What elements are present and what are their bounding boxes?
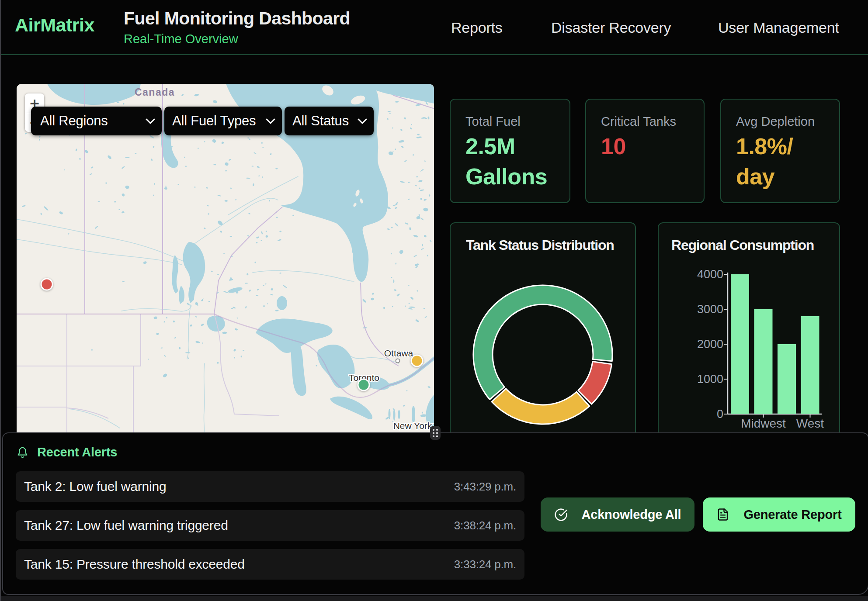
tank-status-donut-chart [451,223,637,433]
alerts-list: Tank 2: Low fuel warning3:43:29 p.m.Tank… [16,471,524,588]
nav-disaster-recovery[interactable]: Disaster Recovery [551,19,671,36]
fuel-type-filter-value: All Fuel Types [172,113,256,129]
map-finger-lake [393,409,396,421]
alert-message: Tank 15: Pressure threshold exceeded [24,557,245,572]
recent-alerts-panel: Recent Alerts Tank 2: Low fuel warning3:… [2,432,868,595]
region-filter-select[interactable]: All Regions [31,107,162,135]
tank-marker-warning[interactable] [411,355,423,366]
chevron-down-icon [146,118,155,124]
alert-timestamp: 3:38:24 p.m. [454,519,516,532]
status-filter-select[interactable]: All Status [285,107,374,135]
svg-text:New York: New York [393,421,432,431]
bar-xtick-label: Midwest [741,417,786,430]
nav-user-management[interactable]: User Management [718,19,839,36]
alerts-section-title: Recent Alerts [37,445,117,459]
alert-row[interactable]: Tank 15: Pressure threshold exceeded3:33… [16,549,524,580]
bar-northeast [731,274,749,414]
chevron-down-icon [358,118,367,124]
regional-consumption-bar-chart: 01000200030004000MidwestWest [659,223,841,433]
bar-ytick-label: 1000 [697,373,723,386]
regional-consumption-chart-card: Regional Consumption 01000200030004000Mi… [658,222,840,439]
alert-timestamp: 3:33:24 p.m. [454,558,516,571]
window-bottom-strip [0,596,868,601]
bar-midwest [754,309,773,414]
alert-row[interactable]: Tank 2: Low fuel warning3:43:29 p.m. [16,471,524,502]
svg-text:Canada: Canada [135,86,175,98]
file-text-icon [716,507,729,522]
alert-message: Tank 2: Low fuel warning [24,479,166,494]
stat-card-critical-tanks: Critical Tanks 10 [585,99,705,203]
tank-status-chart-card: Tank Status Distribution [450,222,636,439]
alert-timestamp: 3:43:29 p.m. [454,480,516,494]
acknowledge-all-button[interactable]: Acknowledge All [541,497,694,532]
map-finger-lake [398,410,400,419]
acknowledge-all-label: Acknowledge All [582,508,681,522]
alert-row[interactable]: Tank 27: Low fuel warning triggered3:38:… [16,510,524,541]
bar-ytick-label: 3000 [697,303,723,316]
bar-west [801,316,819,414]
bar-ytick-label: 4000 [697,268,723,281]
stat-card-total-fuel: Total Fuel 2.5M Gallons [450,99,570,203]
page-subtitle: Real-Time Overview [124,32,238,46]
chevron-down-icon [266,118,275,124]
generate-report-label: Generate Report [743,508,841,522]
generate-report-button[interactable]: Generate Report [703,497,855,532]
stat-value: 10 [601,131,689,162]
tank-marker-critical[interactable] [41,279,52,290]
brand-logo: AirMatrix [15,14,94,36]
donut-segment-critical [578,362,612,404]
bell-icon [17,446,28,459]
map-lake-nipigon [277,296,287,310]
stat-card-avg-depletion: Avg Depletion 1.8%/​day [720,99,840,203]
resize-drag-handle[interactable] [430,426,441,440]
bar-south [778,344,796,414]
tank-marker-normal[interactable] [358,379,369,390]
stat-label: Total Fuel [465,114,555,129]
alert-message: Tank 27: Low fuel warning triggered [24,518,228,533]
donut-segment-warning [492,389,590,424]
fuel-type-filter-select[interactable]: All Fuel Types [164,107,282,135]
page-title: Fuel Monitoring Dashboard [124,8,350,29]
region-filter-value: All Regions [40,113,108,129]
bar-ytick-label: 2000 [697,338,723,351]
stat-label: Avg Depletion [736,114,824,129]
bar-ytick-label: 0 [717,408,723,421]
stat-value: 2.5M Gallons [465,131,555,191]
bar-xtick-label: West [796,417,824,430]
stat-value: 1.8%/​day [736,131,824,191]
status-filter-value: All Status [292,113,349,129]
nav-reports[interactable]: Reports [451,19,503,36]
map[interactable]: CanadaOttawaOttawaTorontoTorontoNew York… [17,84,434,432]
stat-label: Critical Tanks [601,114,689,129]
check-circle-icon [554,508,568,522]
svg-text:Ottawa: Ottawa [384,348,413,358]
window-left-edge [0,0,1,601]
grip-dots-icon [433,429,438,437]
